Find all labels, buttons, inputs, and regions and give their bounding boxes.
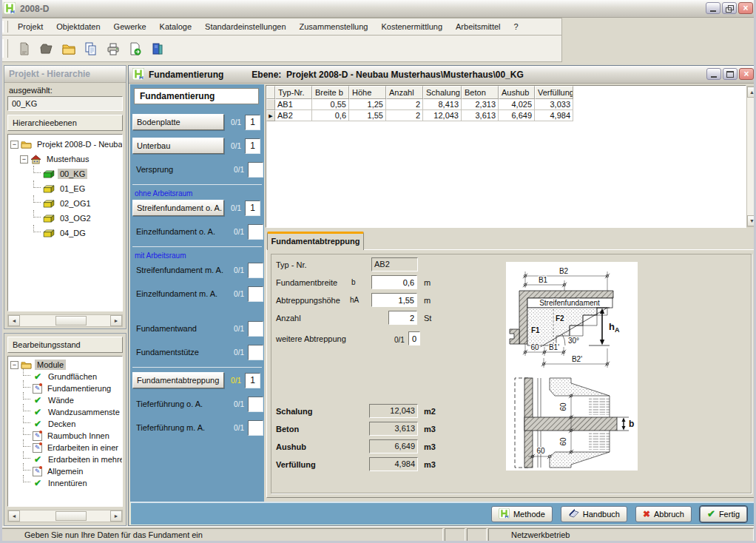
scroll-up-icon[interactable]: ▲	[747, 87, 756, 98]
menu-item[interactable]: Standardeinstellungen	[198, 21, 292, 33]
abbruch-button[interactable]: ✖ Abbruch	[635, 506, 692, 522]
close-icon[interactable]	[738, 2, 753, 14]
nav-item-button[interactable]: Streifenfundament m. A.	[132, 266, 229, 274]
scroll-right-icon[interactable]: ►	[110, 315, 122, 326]
col-header[interactable]: Verfüllung	[535, 86, 573, 99]
nav-value-box[interactable]	[248, 321, 263, 337]
tree-item-label[interactable]: 04_DG	[58, 228, 88, 238]
close-icon[interactable]	[739, 68, 754, 80]
module-label[interactable]: Wandzusammenste	[46, 407, 122, 417]
nav-item-button[interactable]: Fundamentabtreppung	[132, 372, 224, 388]
scroll-left-icon[interactable]: ◄	[8, 510, 20, 522]
scroll-right-icon[interactable]: ►	[110, 510, 122, 522]
module-label[interactable]: Grundflächen	[46, 371, 99, 382]
nav-item-button[interactable]: Versprung	[132, 165, 229, 174]
nav-value-box[interactable]	[248, 345, 263, 360]
module-root-label[interactable]: Module	[35, 360, 66, 370]
col-header[interactable]: Beton	[462, 86, 499, 99]
nav-item-button[interactable]: Streifenfundament o. A.	[132, 200, 224, 216]
maximize-icon[interactable]	[723, 68, 738, 80]
nav-item-button[interactable]: Fundamentwand	[132, 324, 229, 333]
minimize-icon[interactable]	[706, 2, 720, 14]
handbuch-button[interactable]: Handbuch	[561, 506, 627, 522]
nav-item-button[interactable]: Bodenplatte	[132, 114, 224, 130]
module-label[interactable]: Innentüren	[46, 478, 90, 488]
expand-toggle[interactable]	[10, 361, 18, 369]
table-row[interactable]: AB2 0,6 1,55 2 12,043 3,613 6,649 4,984	[266, 110, 746, 121]
module-label[interactable]: Wände	[46, 395, 76, 405]
module-label[interactable]: Raumbuch Innen	[45, 431, 112, 441]
col-header[interactable]: Anzahl	[386, 86, 423, 99]
count-input[interactable]	[388, 311, 417, 325]
tree-row[interactable]: 04_DG	[8, 226, 122, 240]
module-label[interactable]: Allgemein	[45, 466, 85, 476]
nav-item-button[interactable]: Einzelfundament o. A.	[132, 227, 229, 236]
nav-value-box[interactable]	[248, 397, 263, 412]
nav-value-box[interactable]	[248, 263, 263, 278]
scroll-thumb[interactable]	[55, 511, 87, 521]
table-vscrollbar[interactable]: ▲ ▼	[746, 86, 756, 227]
width-input[interactable]	[371, 275, 417, 289]
module-row[interactable]: Innentüren	[8, 477, 122, 489]
tree-item-label[interactable]: 00_KG	[58, 169, 87, 179]
height-input[interactable]	[371, 293, 417, 307]
module-label[interactable]: Decken	[46, 419, 78, 429]
module-label[interactable]: Erdarbeiten in einer	[45, 442, 121, 453]
nav-item-button[interactable]: Tieferführung o. A.	[132, 399, 229, 408]
scroll-thumb[interactable]	[55, 316, 87, 326]
scroll-down-icon[interactable]: ▼	[747, 215, 756, 226]
nav-value-box[interactable]: 1	[245, 115, 260, 130]
expand-toggle[interactable]	[10, 141, 18, 149]
nav-item-button[interactable]: Fundamentstütze	[132, 348, 229, 357]
menu-item[interactable]: Projekt	[11, 21, 50, 33]
hierarchy-levels-header[interactable]: Hierarchieebenen	[7, 115, 123, 131]
nav-item-button[interactable]: Unterbau	[132, 138, 224, 154]
print-icon[interactable]	[104, 40, 122, 58]
tree-row[interactable]: Projekt 2008-D - Neubau	[8, 137, 122, 152]
nav-value-box[interactable]: 1	[245, 373, 260, 388]
tree-row[interactable]: Musterhaus	[8, 152, 122, 166]
row-selector[interactable]	[266, 99, 275, 110]
tree-item-label[interactable]: 02_OG1	[58, 198, 93, 209]
row-selector[interactable]	[266, 110, 275, 121]
menu-item[interactable]: Kataloge	[153, 21, 198, 33]
nav-item-button[interactable]: Tieferführung m. A.	[132, 423, 229, 432]
folder-open-icon[interactable]	[60, 40, 78, 58]
table-row[interactable]: AB1 0,55 1,25 2 8,413 2,313 4,025 3,033	[266, 99, 746, 110]
col-header[interactable]: Höhe hA	[349, 86, 386, 99]
hierarchy-hscrollbar[interactable]: ◄ ►	[7, 314, 123, 327]
scroll-left-icon[interactable]: ◄	[8, 315, 20, 326]
menu-item[interactable]: Arbeitsmittel	[449, 21, 507, 33]
exit-door-icon[interactable]	[149, 40, 166, 58]
nav-value-box[interactable]	[248, 224, 263, 240]
methode-button[interactable]: Methode	[491, 506, 553, 522]
menu-item[interactable]: Zusammenstellung	[293, 21, 375, 33]
expand-toggle[interactable]	[20, 155, 28, 163]
new-document-icon[interactable]	[16, 40, 33, 58]
module-label[interactable]: Erdarbeiten in mehre	[46, 454, 123, 465]
copy-icon[interactable]	[82, 40, 100, 58]
menu-item[interactable]: ?	[507, 21, 525, 33]
nav-value-box[interactable]: 1	[245, 200, 260, 216]
module-label[interactable]: Fundamentierung	[45, 383, 113, 394]
tree-item-label[interactable]: Projekt 2008-D - Neubau	[35, 139, 123, 149]
tree-row[interactable]: 01_EG	[8, 181, 122, 196]
nav-value-box[interactable]	[248, 420, 263, 436]
tab-fundamentabtreppung[interactable]: Fundamentabtreppung	[267, 232, 364, 250]
menu-item[interactable]: Gewerke	[107, 21, 153, 33]
minimize-icon[interactable]	[706, 68, 721, 80]
tree-item-label[interactable]: 03_OG2	[58, 213, 93, 223]
col-header[interactable]: Aushub	[499, 86, 535, 99]
restore-icon[interactable]	[722, 2, 737, 14]
col-header[interactable]: Schalung	[423, 86, 462, 99]
progress-hscrollbar[interactable]: ◄ ►	[7, 510, 123, 522]
tree-item-label[interactable]: 01_EG	[58, 183, 87, 194]
menu-item[interactable]: Objektdaten	[50, 21, 107, 33]
tree-row[interactable]: 03_OG2	[8, 211, 122, 226]
tree-row[interactable]: 02_OG1	[8, 196, 122, 211]
nav-value-box[interactable]: 1	[245, 138, 260, 154]
export-document-icon[interactable]	[126, 40, 144, 58]
open-project-icon[interactable]	[38, 40, 55, 58]
nav-value-box[interactable]	[248, 162, 263, 178]
more-steps-input[interactable]	[408, 331, 420, 345]
